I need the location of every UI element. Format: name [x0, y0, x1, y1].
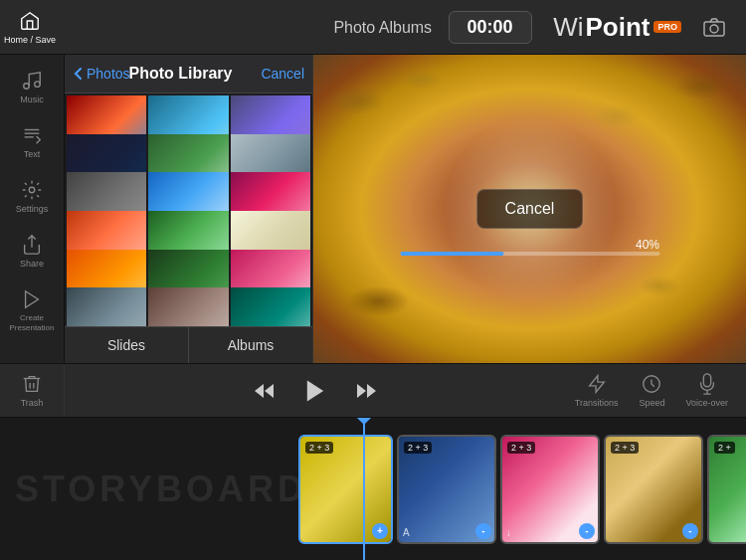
- main-area: Music Text Settings Share: [0, 55, 746, 363]
- story-add-3[interactable]: -: [579, 523, 595, 539]
- slides-tab-button[interactable]: Slides: [65, 327, 189, 363]
- rewind-button[interactable]: [253, 379, 277, 403]
- brand-wi: Wi: [553, 12, 583, 43]
- top-bar-center: Photo Albums 00:00: [318, 11, 547, 44]
- photo-grid: [65, 93, 312, 326]
- svg-marker-10: [307, 380, 323, 401]
- storyboard-area: STORYBOARD 2 + 3 + 2 + 3 A - 2 + 3 ↓ - 2…: [0, 418, 746, 560]
- transitions-label: Transitions: [575, 398, 619, 408]
- speed-button[interactable]: Speed: [631, 369, 672, 412]
- svg-point-3: [35, 82, 41, 88]
- sidebar-item-settings[interactable]: Settings: [0, 169, 64, 224]
- story-slide-2[interactable]: 2 + 3 A -: [397, 435, 496, 544]
- speed-label: Speed: [639, 398, 664, 408]
- story-badge-1: 2 + 3: [305, 442, 333, 454]
- svg-marker-9: [26, 291, 39, 308]
- timeline-line: [363, 418, 365, 560]
- photo-panel-header: Photos Photo Library Cancel: [65, 55, 312, 93]
- trash-label: Trash: [21, 398, 44, 408]
- story-slide-3[interactable]: 2 + 3 ↓ -: [500, 435, 600, 544]
- story-slide-5[interactable]: 2 + -: [707, 435, 746, 544]
- photo-panel-cancel-button[interactable]: Cancel: [261, 66, 304, 82]
- top-bar: Home / Save Photo Albums 00:00 Wi Point …: [0, 0, 746, 55]
- voiceover-button[interactable]: Voice-over: [677, 369, 736, 412]
- svg-point-2: [24, 84, 30, 90]
- top-bar-left: Home / Save: [0, 0, 318, 55]
- progress-bar-container: [400, 252, 659, 256]
- controls-bar: Trash Transitions: [0, 363, 746, 418]
- brand-logo: Wi Point PRO: [553, 12, 681, 43]
- brand-point: Point: [585, 12, 650, 43]
- brand-pro: PRO: [653, 21, 681, 33]
- story-slide-1[interactable]: 2 + 3 +: [298, 435, 393, 544]
- photo-panel-tabs: Slides Albums: [65, 326, 312, 363]
- sidebar-settings-label: Settings: [16, 204, 49, 214]
- right-controls: Transitions Speed Voice-over: [567, 369, 746, 412]
- top-bar-right: Wi Point PRO: [547, 5, 746, 50]
- sidebar-item-create[interactable]: CreatePresentation: [0, 279, 64, 342]
- sidebar: Music Text Settings Share: [0, 55, 65, 363]
- sidebar-text-label: Text: [24, 149, 41, 159]
- svg-point-7: [29, 187, 35, 193]
- story-badge-3: 2 + 3: [507, 442, 535, 454]
- preview-cancel-button[interactable]: Cancel: [476, 189, 584, 229]
- photo-thumb-17[interactable]: [148, 287, 228, 326]
- timer-display: 00:00: [449, 11, 532, 44]
- albums-tab-button[interactable]: Albums: [189, 327, 312, 363]
- photo-thumb-16[interactable]: [67, 287, 146, 326]
- story-add-1[interactable]: +: [372, 523, 388, 539]
- svg-point-1: [710, 25, 718, 33]
- home-save-label: Home / Save: [4, 35, 56, 45]
- playback-controls: [65, 377, 567, 405]
- svg-rect-0: [704, 22, 724, 36]
- photo-library-title: Photo Library: [106, 65, 256, 83]
- story-badge-2: 2 + 3: [404, 442, 432, 454]
- sidebar-item-music[interactable]: Music: [0, 60, 64, 114]
- sidebar-music-label: Music: [20, 94, 44, 104]
- fast-forward-button[interactable]: [354, 379, 378, 403]
- story-badge-5: 2 +: [714, 442, 735, 454]
- story-letter-3: ↓: [506, 527, 511, 538]
- home-save-button[interactable]: Home / Save: [0, 0, 60, 55]
- progress-bar-fill: [400, 252, 503, 256]
- transitions-button[interactable]: Transitions: [567, 369, 627, 412]
- progress-percent: 40%: [636, 238, 659, 252]
- story-badge-4: 2 + 3: [611, 442, 639, 454]
- photo-panel: Photos Photo Library Cancel S: [65, 55, 313, 363]
- app-title: Photo Albums: [333, 19, 432, 36]
- sidebar-create-label: CreatePresentation: [10, 313, 55, 332]
- sidebar-item-text[interactable]: Text: [0, 114, 64, 169]
- voiceover-label: Voice-over: [685, 398, 728, 408]
- camera-button[interactable]: [691, 5, 736, 50]
- sidebar-share-label: Share: [20, 259, 44, 269]
- storyboard-scroll: 2 + 3 + 2 + 3 A - 2 + 3 ↓ - 2 + 3 - 2 + …: [0, 418, 746, 560]
- trash-icon: [21, 373, 43, 395]
- story-letter-2: A: [403, 527, 410, 538]
- story-add-4[interactable]: -: [682, 523, 698, 539]
- play-button[interactable]: [301, 377, 329, 405]
- story-add-2[interactable]: -: [475, 523, 491, 539]
- preview-area: Cancel 40%: [313, 55, 746, 363]
- story-slide-4[interactable]: 2 + 3 -: [604, 435, 703, 544]
- photo-thumb-18[interactable]: [231, 287, 310, 326]
- sidebar-item-share[interactable]: Share: [0, 224, 64, 279]
- trash-area: Trash: [0, 364, 65, 417]
